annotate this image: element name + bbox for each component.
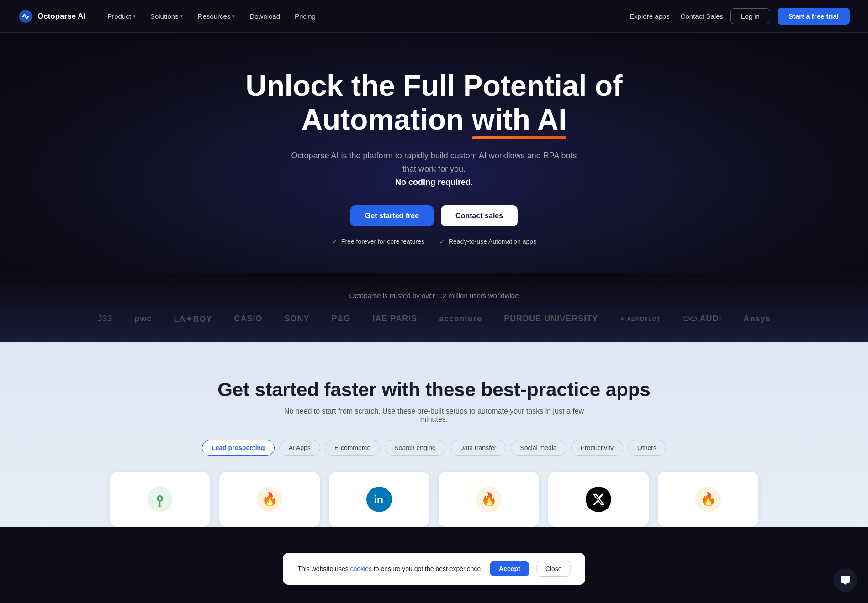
trusted-text: Octoparse is trusted by over 1.2 million… xyxy=(27,292,841,299)
app-icon-x xyxy=(586,487,611,512)
nav-link-solutions[interactable]: Solutions ▾ xyxy=(145,10,189,23)
logo-laboy: LA✦BOY xyxy=(174,314,212,324)
navbar: Octoparse AI Product ▾ Solutions ▾ Resou… xyxy=(0,0,868,33)
app-card-1[interactable] xyxy=(110,472,210,527)
apps-grid: 🔥 in 🔥 🔥 xyxy=(27,472,841,527)
nav-left: Octoparse AI Product ▾ Solutions ▾ Resou… xyxy=(18,9,321,24)
filter-tab-ecommerce[interactable]: E-commerce xyxy=(325,440,380,456)
hero-headline: Unlock the Full Potential of Automation … xyxy=(246,69,623,136)
app-icon-linkedin: in xyxy=(366,487,392,512)
svg-point-1 xyxy=(22,16,24,17)
chevron-down-icon: ▾ xyxy=(180,13,183,19)
logos-row: J33 pwc LA✦BOY CASIO SONY P&G IAE PARIS … xyxy=(27,314,841,324)
logo-audi: ⬭⬭ AUDI xyxy=(683,314,721,324)
logo-icon xyxy=(18,9,33,24)
filter-tab-productivity[interactable]: Productivity xyxy=(571,440,623,456)
filter-tab-lead-prospecting[interactable]: Lead prospecting xyxy=(202,440,275,456)
filter-tabs: Lead prospecting AI Apps E-commerce Sear… xyxy=(27,440,841,456)
explore-apps-link[interactable]: Explore apps xyxy=(630,12,670,20)
get-started-button[interactable]: Get started free xyxy=(350,205,434,226)
nav-links: Product ▾ Solutions ▾ Resources ▾ Downlo… xyxy=(102,10,321,23)
nav-link-resources[interactable]: Resources ▾ xyxy=(192,10,241,23)
logo-purdue: PURDUE UNIVERSITY xyxy=(504,314,598,324)
logo-sony: SONY xyxy=(285,314,310,324)
logo-j33: J33 xyxy=(97,314,112,324)
hero-section: Unlock the Full Potential of Automation … xyxy=(0,33,868,273)
check-icon: ✓ xyxy=(439,237,445,246)
contact-sales-link[interactable]: Contact Sales xyxy=(681,12,723,20)
logo[interactable]: Octoparse AI xyxy=(18,9,85,24)
apps-subtext: No need to start from scratch. Use these… xyxy=(274,407,594,424)
app-card-2[interactable]: 🔥 xyxy=(219,472,320,527)
logo-pg: P&G xyxy=(332,314,351,324)
app-card-5[interactable] xyxy=(548,472,649,527)
nav-right-links: Explore apps Contact Sales xyxy=(630,12,723,20)
filter-tab-social-media[interactable]: Social media xyxy=(511,440,566,456)
logo-pwc: pwc xyxy=(134,314,152,324)
filter-tab-data-transfer[interactable]: Data transfer xyxy=(450,440,506,456)
start-trial-button[interactable]: Start a free trial xyxy=(778,8,850,25)
contact-sales-button[interactable]: Contact sales xyxy=(441,205,518,226)
logo-text: Octoparse AI xyxy=(37,12,85,21)
svg-point-5 xyxy=(158,505,162,507)
logo-accenture: accenture xyxy=(439,314,482,324)
hero-highlight: with AI xyxy=(472,103,566,137)
nav-link-download[interactable]: Download xyxy=(244,10,286,23)
app-card-4[interactable]: 🔥 xyxy=(439,472,539,527)
filter-tab-others[interactable]: Others xyxy=(628,440,666,456)
chevron-down-icon: ▾ xyxy=(232,13,235,19)
app-icon-fire3: 🔥 xyxy=(695,487,721,512)
check-icon: ✓ xyxy=(332,237,338,246)
logo-aeroflot: ✦ AEROFLOT xyxy=(620,316,661,322)
hero-actions: Get started free Contact sales xyxy=(350,205,518,226)
hero-subtext: Octoparse AI is the platform to rapidly … xyxy=(288,149,580,189)
svg-point-4 xyxy=(159,497,161,500)
logo-iae: IAE PARIS xyxy=(373,314,418,324)
badge-automation: ✓ Ready-to-use Automation apps xyxy=(439,237,536,246)
chevron-down-icon: ▾ xyxy=(133,13,136,19)
app-icon-fire1: 🔥 xyxy=(257,487,282,512)
app-card-6[interactable]: 🔥 xyxy=(658,472,758,527)
apps-heading: Get started faster with these best-pract… xyxy=(27,379,841,401)
hero-badges: ✓ Free forever for core features ✓ Ready… xyxy=(332,237,536,246)
app-icon-fire2: 🔥 xyxy=(476,487,502,512)
logo-ansys: Ansys xyxy=(744,314,771,324)
app-icon-maps xyxy=(147,487,173,512)
apps-section: Get started faster with these best-pract… xyxy=(0,342,868,527)
trusted-section: Octoparse is trusted by over 1.2 million… xyxy=(0,273,868,342)
app-card-3[interactable]: in xyxy=(329,472,429,527)
filter-tab-search-engine[interactable]: Search engine xyxy=(385,440,445,456)
svg-point-2 xyxy=(27,16,29,17)
filter-tab-ai-apps[interactable]: AI Apps xyxy=(279,440,320,456)
nav-right: Explore apps Contact Sales Log in Start … xyxy=(630,8,850,25)
svg-text:in: in xyxy=(374,494,383,506)
badge-free: ✓ Free forever for core features xyxy=(332,237,424,246)
nav-link-product[interactable]: Product ▾ xyxy=(102,10,141,23)
logo-casio: CASIO xyxy=(234,314,262,324)
login-button[interactable]: Log in xyxy=(730,8,770,24)
nav-link-pricing[interactable]: Pricing xyxy=(289,10,321,23)
